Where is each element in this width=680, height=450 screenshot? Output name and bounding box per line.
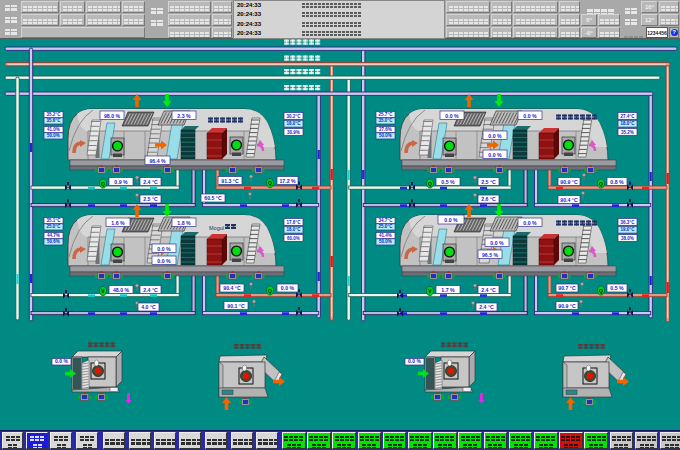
svg-text:50.0%: 50.0% bbox=[379, 133, 392, 138]
svg-text:90.9 °C: 90.9 °C bbox=[560, 179, 578, 185]
svg-text:36.3°C: 36.3°C bbox=[621, 220, 636, 225]
svg-text:0.0 %: 0.0 % bbox=[445, 113, 459, 119]
svg-text:0.8 %: 0.8 % bbox=[610, 179, 624, 185]
svg-text:44.7%: 44.7% bbox=[47, 233, 60, 238]
svg-text:50.0%: 50.0% bbox=[379, 239, 392, 244]
svg-text:27.4°C: 27.4°C bbox=[621, 114, 636, 119]
svg-text:17.6°C: 17.6°C bbox=[287, 220, 302, 225]
svg-text:98.0 %: 98.0 % bbox=[104, 113, 121, 119]
svg-text:0.0 %: 0.0 % bbox=[523, 113, 537, 119]
svg-text:0.0 %: 0.0 % bbox=[488, 133, 502, 139]
svg-text:35.2%: 35.2% bbox=[621, 130, 634, 135]
svg-text:Mogul: Mogul bbox=[209, 225, 224, 231]
svg-text:60.0%: 60.0% bbox=[287, 236, 300, 241]
svg-text:18.0°C: 18.0°C bbox=[287, 227, 302, 232]
svg-text:0.0 %: 0.0 % bbox=[408, 358, 421, 364]
svg-text:Q: Q bbox=[268, 180, 272, 186]
svg-text:35.6°C: 35.6°C bbox=[47, 118, 62, 123]
svg-text:Q: Q bbox=[101, 181, 105, 187]
svg-text:0.0 %: 0.0 % bbox=[157, 246, 171, 252]
svg-text:2.4 °C: 2.4 °C bbox=[481, 287, 496, 293]
svg-text:50.0%: 50.0% bbox=[47, 133, 60, 138]
svg-text:48.0 %: 48.0 % bbox=[113, 287, 130, 293]
svg-text:2.5 °C: 2.5 °C bbox=[143, 196, 158, 202]
svg-text:Q: Q bbox=[268, 288, 272, 294]
svg-text:0.5 %: 0.5 % bbox=[610, 285, 624, 291]
svg-text:25.0°C: 25.0°C bbox=[47, 224, 62, 229]
svg-text:0.0 %: 0.0 % bbox=[444, 217, 458, 223]
svg-text:90.4 °C: 90.4 °C bbox=[223, 285, 241, 291]
svg-text:0.0 %: 0.0 % bbox=[55, 358, 68, 364]
svg-text:38.0%: 38.0% bbox=[621, 236, 634, 241]
svg-text:Q: Q bbox=[428, 181, 432, 187]
svg-text:17.2 %: 17.2 % bbox=[279, 178, 296, 184]
svg-text:25.0°C: 25.0°C bbox=[379, 224, 394, 229]
svg-text:Q: Q bbox=[599, 288, 603, 294]
svg-text:96.5 %: 96.5 % bbox=[482, 252, 499, 258]
svg-text:34.7°C: 34.7°C bbox=[379, 218, 394, 223]
svg-text:0.0 %: 0.0 % bbox=[157, 258, 171, 264]
svg-text:96.4 %: 96.4 % bbox=[149, 158, 166, 164]
svg-text:90.7 °C: 90.7 °C bbox=[558, 285, 576, 291]
svg-text:1.8 %: 1.8 % bbox=[177, 220, 191, 226]
svg-text:0.0 %: 0.0 % bbox=[281, 285, 295, 291]
svg-text:19.0°C: 19.0°C bbox=[621, 227, 636, 232]
svg-text:1.7 %: 1.7 % bbox=[441, 287, 455, 293]
svg-text:90.9 °C: 90.9 °C bbox=[558, 303, 576, 309]
svg-text:0.5 %: 0.5 % bbox=[441, 179, 455, 185]
svg-text:35.1°C: 35.1°C bbox=[47, 218, 62, 223]
svg-text:30.9%: 30.9% bbox=[287, 130, 300, 135]
svg-text:18.0°C: 18.0°C bbox=[621, 121, 636, 126]
svg-text:91.3 °C: 91.3 °C bbox=[221, 178, 239, 184]
svg-text:2.6 °C: 2.6 °C bbox=[481, 196, 496, 202]
svg-text:30.2°C: 30.2°C bbox=[287, 114, 302, 119]
svg-text:35.0°C: 35.0°C bbox=[379, 118, 394, 123]
svg-text:1.6 %: 1.6 % bbox=[111, 220, 125, 226]
svg-text:2.5 °C: 2.5 °C bbox=[481, 179, 496, 185]
svg-text:25.7°C: 25.7°C bbox=[379, 112, 394, 117]
svg-text:0.0 %: 0.0 % bbox=[490, 240, 504, 246]
svg-text:90.1 °C: 90.1 °C bbox=[227, 303, 245, 309]
svg-text:2.3 %: 2.3 % bbox=[177, 113, 191, 119]
svg-text:60.5 °C: 60.5 °C bbox=[204, 195, 222, 201]
svg-text:90.4 °C: 90.4 °C bbox=[560, 197, 578, 203]
svg-text:18.0°C: 18.0°C bbox=[287, 121, 302, 126]
svg-text:4.0 °C: 4.0 °C bbox=[141, 304, 156, 310]
svg-text:2.4 °C: 2.4 °C bbox=[479, 304, 494, 310]
svg-text:Q: Q bbox=[599, 181, 603, 187]
svg-text:50.6%: 50.6% bbox=[47, 239, 60, 244]
svg-text:27.6%: 27.6% bbox=[379, 127, 392, 132]
svg-text:35.2°C: 35.2°C bbox=[47, 112, 62, 117]
svg-text:0.0 %: 0.0 % bbox=[488, 152, 502, 158]
svg-text:0.9 %: 0.9 % bbox=[114, 179, 128, 185]
svg-text:41.0%: 41.0% bbox=[47, 127, 60, 132]
svg-text:0.0 %: 0.0 % bbox=[523, 220, 537, 226]
svg-text:2.4 °C: 2.4 °C bbox=[143, 287, 158, 293]
svg-text:41.4%: 41.4% bbox=[379, 233, 392, 238]
svg-text:2.4 °C: 2.4 °C bbox=[143, 179, 158, 185]
